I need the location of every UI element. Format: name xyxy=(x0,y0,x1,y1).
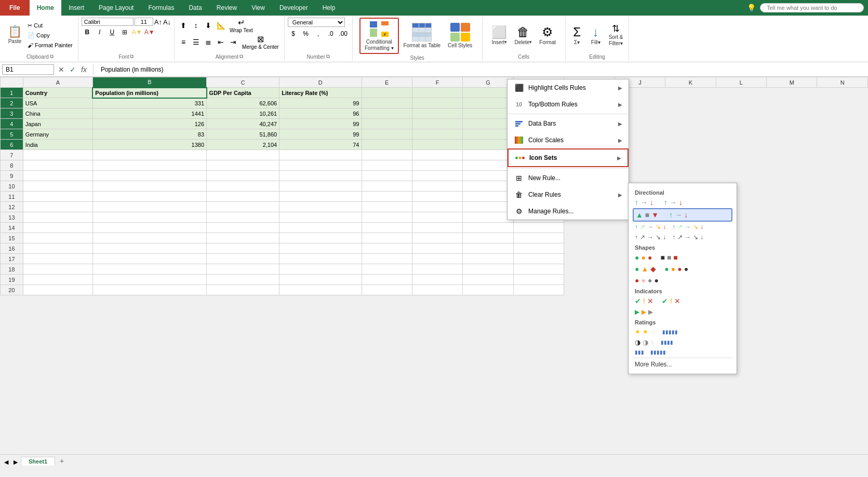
highlight-cells-rules-item[interactable]: ⬛ Highlight Cells Rules ▶ xyxy=(508,79,629,96)
cell[interactable] xyxy=(23,160,92,171)
cell[interactable] xyxy=(463,254,513,264)
top-bottom-rules-item[interactable]: 10 Top/Bottom Rules ▶ xyxy=(508,96,629,113)
cell[interactable] xyxy=(412,88,462,98)
cell[interactable] xyxy=(207,233,279,243)
cell[interactable] xyxy=(207,202,279,212)
cell[interactable] xyxy=(463,285,513,295)
cell[interactable] xyxy=(412,223,462,233)
icon-row-ind1[interactable]: ✔ ! ✕ ✔ ! ✕ xyxy=(633,295,732,307)
cell[interactable] xyxy=(463,275,513,285)
icon-row-dir2[interactable]: ▲ ■ ▼ ↑ → ↓ xyxy=(633,208,732,222)
decrease-indent-button[interactable]: ⇤ xyxy=(215,37,226,47)
cell[interactable] xyxy=(92,264,206,275)
cell[interactable] xyxy=(362,192,412,202)
cell[interactable] xyxy=(463,243,513,254)
cell[interactable] xyxy=(92,254,206,264)
cell[interactable] xyxy=(207,192,279,202)
cell[interactable]: India xyxy=(23,140,92,150)
format-painter-button[interactable]: 🖌 Format Painter xyxy=(25,41,75,49)
text-angle-button[interactable]: 📐 xyxy=(215,20,226,31)
decrease-decimal-button[interactable]: .0 xyxy=(325,29,337,39)
cell[interactable]: 99 xyxy=(279,129,362,140)
cell[interactable]: Population (in millions) xyxy=(92,88,206,98)
cell[interactable] xyxy=(92,150,206,160)
font-color-button[interactable]: A▼ xyxy=(144,27,155,37)
cell[interactable] xyxy=(207,264,279,275)
align-middle-button[interactable]: ↕ xyxy=(190,20,202,31)
cell[interactable] xyxy=(412,119,462,129)
cell[interactable] xyxy=(412,243,462,254)
cell[interactable] xyxy=(362,108,412,119)
expand-icon[interactable]: ⧉ xyxy=(50,53,54,60)
add-sheet-button[interactable]: + xyxy=(56,456,68,466)
insert-cells-button[interactable]: ⬜ Insert ▾ xyxy=(489,25,510,46)
tab-home[interactable]: Home xyxy=(30,0,61,16)
conditional-formatting-button[interactable]: ≠ ConditionalFormatting ▾ xyxy=(359,18,399,54)
cell[interactable] xyxy=(362,243,412,254)
row-header-7[interactable]: 7 xyxy=(1,150,23,160)
cell[interactable]: 62,606 xyxy=(207,98,279,108)
comma-button[interactable]: , xyxy=(313,29,324,39)
cell[interactable] xyxy=(362,171,412,181)
more-rules-row[interactable]: More Rules... xyxy=(633,359,732,370)
cell[interactable] xyxy=(279,223,362,233)
row-header-9[interactable]: 9 xyxy=(1,171,23,181)
clear-rules-item[interactable]: 🗑 Clear Rules ▶ xyxy=(508,186,629,203)
cell[interactable]: 1441 xyxy=(92,108,206,119)
name-box[interactable] xyxy=(2,64,54,75)
cell[interactable] xyxy=(412,129,462,140)
cell[interactable] xyxy=(23,171,92,181)
autosum-button[interactable]: Σ Σ▾ xyxy=(569,25,585,46)
currency-button[interactable]: $ xyxy=(288,29,299,39)
underline-button[interactable]: U xyxy=(106,27,118,37)
cell[interactable] xyxy=(92,160,206,171)
cell[interactable] xyxy=(92,285,206,295)
cell[interactable] xyxy=(23,202,92,212)
sheet-tab-sheet1[interactable]: Sheet1 xyxy=(21,457,55,466)
cell[interactable] xyxy=(412,160,462,171)
italic-button[interactable]: I xyxy=(94,27,105,37)
icon-row-shapes2[interactable]: ● ▲ ◆ ● ● ● ● xyxy=(633,263,732,275)
cell[interactable] xyxy=(362,129,412,140)
scroll-right-sheets-button[interactable]: ▶ xyxy=(11,459,20,466)
cell[interactable] xyxy=(463,181,513,192)
cell[interactable] xyxy=(463,233,513,243)
cell[interactable] xyxy=(412,192,462,202)
tab-page-layout[interactable]: Page Layout xyxy=(91,0,141,16)
icon-row-shapes3[interactable]: ● ● ● ● xyxy=(633,275,732,286)
cell[interactable] xyxy=(412,98,462,108)
cell[interactable]: 1380 xyxy=(92,140,206,150)
bold-button[interactable]: B xyxy=(82,27,93,37)
increase-decimal-button[interactable]: .00 xyxy=(338,29,349,39)
cell[interactable] xyxy=(207,285,279,295)
merge-center-button[interactable]: ⊠ Merge & Center xyxy=(240,34,281,50)
cell[interactable]: 83 xyxy=(92,129,206,140)
cell[interactable] xyxy=(279,243,362,254)
cell[interactable]: 51,860 xyxy=(207,129,279,140)
align-right-button[interactable]: ≣ xyxy=(203,37,214,47)
cell[interactable] xyxy=(513,264,564,275)
align-top-button[interactable]: ⬆ xyxy=(178,20,189,31)
format-cells-button[interactable]: ⚙ Format xyxy=(537,25,558,46)
cell[interactable] xyxy=(23,212,92,223)
align-left-button[interactable]: ≡ xyxy=(178,37,189,47)
help-search-input[interactable] xyxy=(760,3,864,12)
row-header-3[interactable]: 3 xyxy=(1,108,23,119)
cell[interactable] xyxy=(362,140,412,150)
tab-data[interactable]: Data xyxy=(181,0,209,16)
cell[interactable] xyxy=(362,223,412,233)
col-header-E[interactable]: E xyxy=(362,77,412,88)
icon-row-rat3[interactable]: ▮▮▮ ▮▮▮▮▮ xyxy=(633,348,732,357)
cell[interactable] xyxy=(412,150,462,160)
icon-row-shapes1[interactable]: ● ● ● ■ ■ ■ xyxy=(633,252,732,263)
cell[interactable]: 40,247 xyxy=(207,119,279,129)
row-header-16[interactable]: 16 xyxy=(1,243,23,254)
cell[interactable]: 331 xyxy=(92,98,206,108)
cell[interactable] xyxy=(412,212,462,223)
confirm-formula-button[interactable]: ✓ xyxy=(68,65,78,74)
cell[interactable] xyxy=(362,88,412,98)
tab-formulas[interactable]: Formulas xyxy=(141,0,181,16)
row-header-1[interactable]: 1 xyxy=(1,88,23,98)
icon-sets-item[interactable]: ■ ■ ■ Icon Sets ▶ xyxy=(508,148,629,167)
col-header-M[interactable]: M xyxy=(767,77,817,88)
